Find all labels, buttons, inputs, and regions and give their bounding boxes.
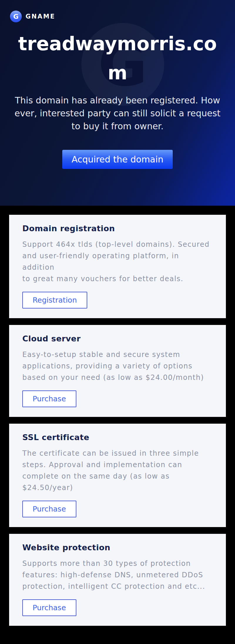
brand-name: GNAME bbox=[26, 13, 55, 20]
card-description: The certificate can be issued in three s… bbox=[22, 448, 213, 494]
gname-logo-icon: G bbox=[10, 11, 22, 22]
card-ssl-certificate: SSL certificate The certificate can be i… bbox=[9, 424, 226, 527]
card-description: Easy-to-setup stable and secure system a… bbox=[22, 349, 213, 383]
card-title: Website protection bbox=[22, 542, 213, 553]
card-description: Supports more than 30 types of protectio… bbox=[22, 558, 213, 592]
registration-button[interactable]: Registration bbox=[22, 292, 87, 308]
domain-title: treadwaymorris.com bbox=[14, 29, 221, 88]
cta-container: Acquired the domain bbox=[0, 150, 235, 169]
acquired-the-domain-button[interactable]: Acquired the domain bbox=[62, 150, 173, 169]
card-title: Cloud server bbox=[22, 333, 213, 344]
services-section: Domain registration Support 464x tlds (t… bbox=[0, 206, 235, 626]
card-website-protection: Website protection Supports more than 30… bbox=[9, 534, 226, 626]
hero-section: G G GNAME treadwaymorris.com This domain… bbox=[0, 0, 235, 206]
purchase-cloud-server-button[interactable]: Purchase bbox=[22, 390, 76, 407]
purchase-protection-button[interactable]: Purchase bbox=[22, 599, 76, 616]
brand-logo[interactable]: G GNAME bbox=[10, 11, 55, 22]
logo-letter: G bbox=[13, 13, 19, 20]
card-domain-registration: Domain registration Support 464x tlds (t… bbox=[9, 215, 226, 318]
card-cloud-server: Cloud server Easy-to-setup stable and se… bbox=[9, 325, 226, 417]
card-title: Domain registration bbox=[22, 223, 213, 234]
card-title: SSL certificate bbox=[22, 432, 213, 442]
card-description: Support 464x tlds (top-level domains). S… bbox=[22, 239, 213, 285]
hero-message: This domain has already been registered.… bbox=[14, 94, 221, 133]
purchase-ssl-button[interactable]: Purchase bbox=[22, 501, 76, 517]
